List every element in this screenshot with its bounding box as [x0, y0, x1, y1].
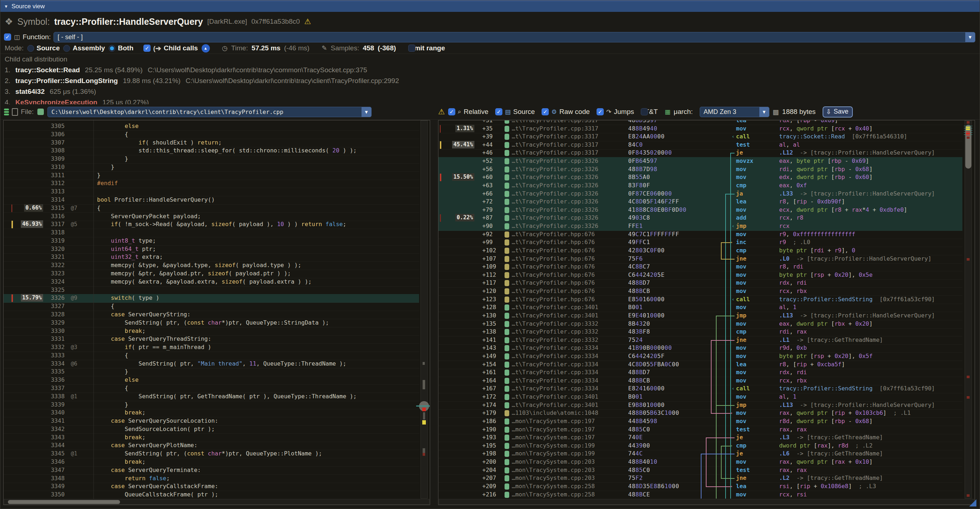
- line-number[interactable]: 3305: [46, 122, 65, 130]
- instr-offset[interactable]: +99: [482, 238, 493, 246]
- source-row[interactable]: 3343 break;: [3, 434, 419, 442]
- instr-mnemonic[interactable]: jne: [736, 255, 746, 263]
- instr-offset[interactable]: +35: [482, 125, 493, 133]
- asm-row[interactable]: +102…t\TracyProfiler.hpp:67642803C0F00cm…: [438, 247, 963, 255]
- line-number[interactable]: 3341: [46, 417, 65, 425]
- asm-row[interactable]: +149…t\TracyProfiler.cpp:3334C64424205Fm…: [438, 352, 963, 361]
- line-number[interactable]: 3310: [46, 163, 65, 171]
- instr-location[interactable]: …t\TracyProfiler.hpp:676: [512, 296, 595, 304]
- instr-offset[interactable]: +195: [482, 442, 496, 450]
- instr-mnemonic[interactable]: jmp: [736, 222, 746, 230]
- line-number[interactable]: 3327: [46, 302, 65, 310]
- instr-location[interactable]: …t\TracyProfiler.cpp:3334: [512, 377, 598, 385]
- source-horizontal-scrollbar[interactable]: [4, 499, 430, 505]
- asm-row[interactable]: +92…t\TracyProfiler.hpp:67649C7C1FFFFFFF…: [438, 231, 963, 239]
- asm-row[interactable]: +209…mon\TracySystem.cpp:258488D35E88610…: [438, 482, 963, 491]
- instr-location[interactable]: …t\TracyProfiler.cpp:3326: [512, 173, 598, 181]
- instr-location[interactable]: …mon\TracySystem.cpp:197: [512, 417, 595, 425]
- instr-offset[interactable]: +200: [482, 458, 496, 466]
- instr-offset[interactable]: +60: [482, 173, 493, 181]
- instr-mnemonic[interactable]: je: [736, 434, 743, 441]
- instr-location[interactable]: …t\TracyProfiler.cpp:3326: [512, 165, 598, 173]
- instr-location[interactable]: …t\TracyProfiler.hpp:676: [512, 247, 595, 254]
- instr-mnemonic[interactable]: mov: [736, 231, 746, 238]
- instr-mnemonic[interactable]: test: [736, 426, 750, 434]
- instr-offset[interactable]: +107: [482, 255, 496, 263]
- source-row[interactable]: 3333 {: [3, 352, 419, 360]
- instr-offset[interactable]: +179: [482, 409, 496, 417]
- source-row[interactable]: 3347 case ServerQueryTerminate:: [3, 466, 419, 475]
- instr-location[interactable]: …t\TracyProfiler.hpp:676: [512, 287, 595, 295]
- asm-row[interactable]: +52…t\TracyProfiler.cpp:33260FB64597movz…: [438, 157, 963, 166]
- instr-location[interactable]: …t\TracyProfiler.cpp:3334: [512, 385, 598, 393]
- source-row[interactable]: 3349 case ServerQueryCallstackFrame:: [3, 482, 419, 491]
- instr-offset[interactable]: +102: [482, 247, 496, 254]
- line-number[interactable]: 3320: [46, 245, 65, 253]
- instr-mnemonic[interactable]: call: [736, 385, 750, 393]
- source-row[interactable]: 3312#endif: [3, 180, 419, 188]
- line-number[interactable]: 3329: [46, 319, 65, 327]
- instr-location[interactable]: …t\TracyProfiler.cpp:3317: [512, 141, 598, 149]
- asm-row[interactable]: +216…mon\TracySystem.cpp:258488BCEmovrcx…: [438, 491, 963, 499]
- instr-offset[interactable]: +31: [482, 120, 493, 124]
- source-row[interactable]: 3321 uint32_t extra;: [3, 253, 419, 262]
- child-calls-checkbox[interactable]: ✓ (➔ Child calls: [143, 44, 198, 52]
- instr-location[interactable]: …t\TracyProfiler.hpp:676: [512, 263, 595, 271]
- radio-icon[interactable]: [27, 45, 34, 52]
- asm-row[interactable]: +172…t\TracyProfiler.cpp:3401B001moval, …: [438, 393, 963, 401]
- instr-offset[interactable]: +193: [482, 434, 496, 441]
- line-number[interactable]: 3314: [46, 196, 65, 204]
- line-number[interactable]: 3336: [46, 376, 65, 384]
- line-number[interactable]: 3313: [46, 188, 65, 196]
- line-number[interactable]: 3347: [46, 466, 65, 474]
- line-number[interactable]: 3338: [46, 393, 65, 401]
- asm-row[interactable]: +107…t\TracyProfiler.hpp:67675F6jne.L0 -…: [438, 255, 963, 264]
- instr-mnemonic[interactable]: inc: [736, 238, 746, 246]
- line-number[interactable]: 3324: [46, 278, 65, 286]
- instr-location[interactable]: …t\TracyProfiler.cpp:3326: [512, 206, 598, 214]
- asm-row[interactable]: +164…t\TracyProfiler.cpp:3334488BCBmovrc…: [438, 377, 963, 385]
- line-number[interactable]: 3315: [46, 204, 65, 212]
- asm-row[interactable]: +63…t\TracyProfiler.cpp:332683F80Fcmpeax…: [438, 181, 963, 190]
- instr-mnemonic[interactable]: cmp: [736, 328, 746, 336]
- instr-offset[interactable]: +56: [482, 165, 493, 173]
- instr-location[interactable]: …t\TracyProfiler.cpp:3334: [512, 369, 598, 376]
- source-row[interactable]: 3325: [3, 286, 419, 295]
- source-row[interactable]: 3324 memcpy( &extra, &payload.extra, siz…: [3, 278, 419, 286]
- checkbox-icon[interactable]: ✓: [495, 108, 503, 115]
- asm-row[interactable]: +174…t\TracyProfiler.cpp:3401E9B8010000j…: [438, 401, 963, 410]
- checkbox-icon[interactable]: ✓: [408, 45, 415, 52]
- line-number[interactable]: 3350: [46, 491, 65, 499]
- limit-range-checkbox[interactable]: ✓Limit range: [408, 44, 445, 52]
- line-number[interactable]: 3317: [46, 220, 65, 228]
- instr-mnemonic[interactable]: call: [736, 296, 750, 304]
- asm-row[interactable]: +154…t\TracyProfiler.cpp:33344C8D055FBA0…: [438, 361, 963, 369]
- source-row[interactable]: 3344 case ServerQueryPlotName:: [3, 441, 419, 450]
- jumps-checkbox[interactable]: ✓↷Jumps: [597, 108, 638, 116]
- relative-checkbox[interactable]: ✓⌕Relative: [448, 108, 492, 116]
- source-row[interactable]: 3346 break;: [3, 458, 419, 466]
- expand-up-button[interactable]: ▲: [202, 44, 210, 52]
- asm-vertical-scrollbar[interactable]: [964, 121, 972, 499]
- line-number[interactable]: 3339: [46, 401, 65, 409]
- instr-mnemonic[interactable]: je: [736, 450, 743, 458]
- instr-mnemonic[interactable]: mov: [736, 409, 746, 417]
- asm-row[interactable]: +167…t\TracyProfiler.cpp:3334E824160000‹…: [438, 385, 963, 393]
- instr-mnemonic[interactable]: je: [736, 149, 743, 157]
- source-checkbox[interactable]: ✓▤Source: [495, 108, 538, 116]
- child-call-item[interactable]: 2.tracy::Profiler::SendLongString19.88 m…: [5, 77, 399, 85]
- asm-row[interactable]: +161…t\TracyProfiler.cpp:3334488BD7movrd…: [438, 369, 963, 377]
- title-bar[interactable]: ▼ Source view: [0, 0, 980, 12]
- instr-mnemonic[interactable]: call: [736, 133, 750, 140]
- instr-location[interactable]: …t\TracyProfiler.cpp:3332: [512, 336, 598, 344]
- asm-horizontal-scrollbar[interactable]: [439, 499, 974, 505]
- instr-offset[interactable]: +130: [482, 312, 496, 320]
- instr-offset[interactable]: +87: [482, 214, 493, 222]
- asm-row[interactable]: 1.31%+35…t\TracyProfiler.cpp:3317488B494…: [438, 125, 963, 134]
- chevron-down-icon[interactable]: ▼: [361, 107, 371, 117]
- source-row[interactable]: 0.66%3315@7{: [3, 204, 419, 213]
- instr-mnemonic[interactable]: mov: [736, 287, 746, 295]
- instr-mnemonic[interactable]: lea: [736, 120, 746, 124]
- instr-offset[interactable]: +79: [482, 206, 493, 214]
- source-row[interactable]: 3340 break;: [3, 409, 419, 417]
